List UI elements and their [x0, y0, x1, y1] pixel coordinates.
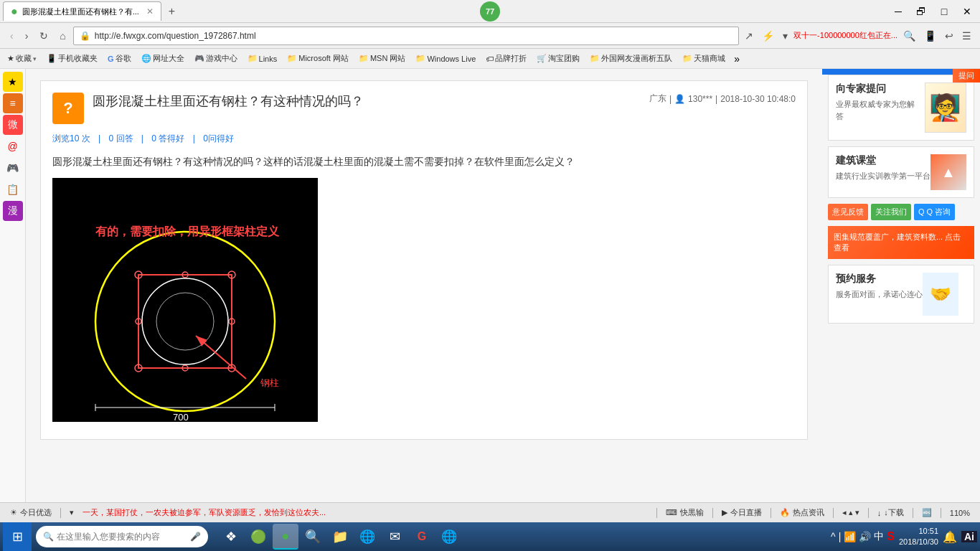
taskbar-app-email[interactable]: ✉ [382, 524, 407, 550]
tray-ime-zh[interactable]: 中 [874, 530, 884, 543]
bm-mobile[interactable]: 📱 手机收藏夹 [42, 52, 102, 65]
g-icon: G [418, 530, 426, 543]
taskbar-app-360[interactable]: 🟢 [245, 524, 271, 550]
bm-google[interactable]: G 谷歌 [103, 52, 136, 65]
system-clock[interactable]: 10:51 2018/10/30 [899, 526, 938, 548]
side-icon-menu[interactable]: ≡ [3, 93, 23, 113]
bm-manga[interactable]: 📁 外国网友漫画析五队 [585, 52, 677, 65]
side-icon-star[interactable]: ★ [3, 72, 23, 92]
folder4-icon: 📁 [415, 54, 425, 63]
bm-brand[interactable]: 🏷 品牌打折 [481, 52, 531, 65]
bm-windows-live[interactable]: 📁 Windows Live [411, 52, 480, 65]
back-button[interactable]: ‹ [6, 29, 18, 43]
url-input[interactable] [95, 31, 732, 41]
svg-text:钢柱: 钢柱 [260, 377, 279, 388]
dropdown-button[interactable]: ▾ [780, 29, 791, 43]
hot-news[interactable]: 🔥 热点资讯 [776, 506, 829, 519]
post-date: 2018-10-30 10:48:0 [720, 94, 796, 104]
divider4 [771, 508, 771, 518]
today-live[interactable]: ▶ 今日直播 [717, 506, 766, 519]
lightning-button[interactable]: ⚡ [759, 29, 777, 43]
question-stats: 浏览10 次 | 0 回答 | 0 答得好 | 0问得好 [52, 133, 796, 145]
restore-button[interactable]: 🗗 [911, 4, 931, 19]
follow-button[interactable]: 关注我们 [871, 204, 911, 220]
bm-tmall[interactable]: 📁 天猫商城 [678, 52, 730, 65]
today-live-label: 今日直播 [730, 507, 762, 518]
folder6-icon: 📁 [682, 54, 692, 63]
address-bar[interactable]: 🔒 [73, 27, 739, 45]
tray-ime-s[interactable]: S [887, 530, 895, 543]
clock-date: 2018/10/30 [899, 537, 938, 547]
tray-volume[interactable]: 🔊 [859, 531, 871, 542]
expert-badge[interactable]: 提问 [953, 69, 980, 83]
mic-icon[interactable]: 🎤 [190, 532, 201, 542]
start-button[interactable]: ⊞ [3, 522, 32, 551]
maximize-button[interactable]: □ [934, 4, 954, 19]
share-button[interactable]: ↗ [742, 29, 756, 43]
taskbar-app-green[interactable]: 🌐 [354, 524, 380, 550]
browser-tab[interactable]: ● 圆形混凝土柱里面还有钢柱？有... ✕ [3, 1, 161, 21]
side-icon-mail[interactable]: @ [3, 136, 23, 156]
bm-games[interactable]: 🎮 游戏中心 [190, 52, 242, 65]
zoom-control[interactable]: 110% [946, 507, 974, 519]
qq-button[interactable]: Q Q 咨询 [914, 204, 955, 220]
taskbar-search-input[interactable] [57, 532, 187, 542]
refresh-button[interactable]: ↻ [35, 29, 52, 43]
tablet-icon[interactable]: 📱 [921, 29, 939, 43]
bm-links[interactable]: 📁 Links [243, 52, 282, 65]
sidebar-banner[interactable]: 图集规范覆盖广，建筑资料数... 点击查看 [828, 226, 974, 259]
banner-text: 图集规范覆盖广，建筑资料数... 点击查看 [834, 232, 961, 252]
taskbar-search-bar[interactable]: 🔍 🎤 [36, 526, 208, 547]
bm-msn[interactable]: 📁 MSN 网站 [354, 52, 410, 65]
taskbar-app-search2[interactable]: 🔍 [300, 524, 326, 550]
bm-label: 天猫商城 [694, 53, 725, 64]
taskbar-app-taskview[interactable]: ❖ [218, 524, 244, 550]
forward-button[interactable]: › [21, 29, 33, 43]
user-icon: 👤 [674, 94, 685, 104]
bm-label: 淘宝团购 [548, 53, 580, 64]
bm-microsoft[interactable]: 📁 Microsoft 网站 [283, 52, 353, 65]
taskbar-app-ie[interactable]: 🌐 [436, 524, 462, 550]
download-btn[interactable]: ↓ ↓下载 [873, 506, 908, 519]
tray-network[interactable]: 📶 [844, 531, 856, 542]
side-icon-manga[interactable]: 漫 [3, 201, 23, 221]
more-bookmarks[interactable]: » [731, 53, 743, 65]
keyboard-icon: ⌨ [666, 508, 677, 517]
bm-url-nav[interactable]: 🌐 网址大全 [137, 52, 189, 65]
down-arrow-news[interactable]: ▾ [65, 507, 78, 519]
folder-icon: 📁 [248, 54, 258, 63]
window-controls: ─ 🗗 □ ✕ [888, 4, 977, 19]
folder3-icon: 📁 [359, 54, 369, 63]
side-icon-game[interactable]: 🎮 [3, 158, 23, 178]
new-tab-button[interactable]: + [164, 5, 179, 18]
tab-close-icon[interactable]: ✕ [146, 6, 154, 17]
play-icon: ▶ [722, 508, 727, 517]
expert-subtitle: 业界最权威专家为您解答 [836, 98, 920, 122]
minimize-button[interactable]: ─ [888, 4, 908, 19]
home-button[interactable]: ⌂ [55, 29, 70, 43]
taskbar-app-browser[interactable]: ● [273, 524, 298, 550]
stat-sep1: | [98, 133, 100, 143]
notification-button[interactable]: 🔔 [943, 530, 957, 544]
back2-icon[interactable]: ↩ [942, 29, 956, 43]
arrows-control[interactable]: ◂ ▴ ▾ [838, 507, 864, 519]
bm-favorites[interactable]: ★ 收藏 ▾ [3, 52, 41, 65]
search2-icon: 🔍 [305, 529, 321, 545]
close-button[interactable]: ✕ [957, 4, 977, 19]
tray-icon-1[interactable]: ^ [831, 531, 836, 542]
today-special[interactable]: ☀ 今日优选 [6, 506, 56, 519]
app2-icon: 🌐 [359, 529, 375, 545]
taskbar-app-explorer[interactable]: 📁 [327, 524, 353, 550]
translate-btn[interactable]: 🔤 [918, 507, 936, 519]
bm-taobao[interactable]: 🛒 淘宝团购 [532, 52, 584, 65]
quick-input[interactable]: ⌨ 快黒输 [661, 506, 708, 519]
divider8 [941, 508, 941, 518]
side-icon-clip[interactable]: 📋 [3, 179, 23, 199]
search-icon[interactable]: 🔍 [900, 29, 918, 43]
menu-icon[interactable]: ☰ [959, 29, 974, 43]
taskbar-app-g[interactable]: G [409, 524, 435, 550]
zoom-label: 110% [950, 509, 970, 517]
side-icon-weibo[interactable]: 微 [3, 115, 23, 135]
feedback-button[interactable]: 意见反馈 [828, 204, 868, 220]
bm-label: 品牌打折 [495, 53, 527, 64]
